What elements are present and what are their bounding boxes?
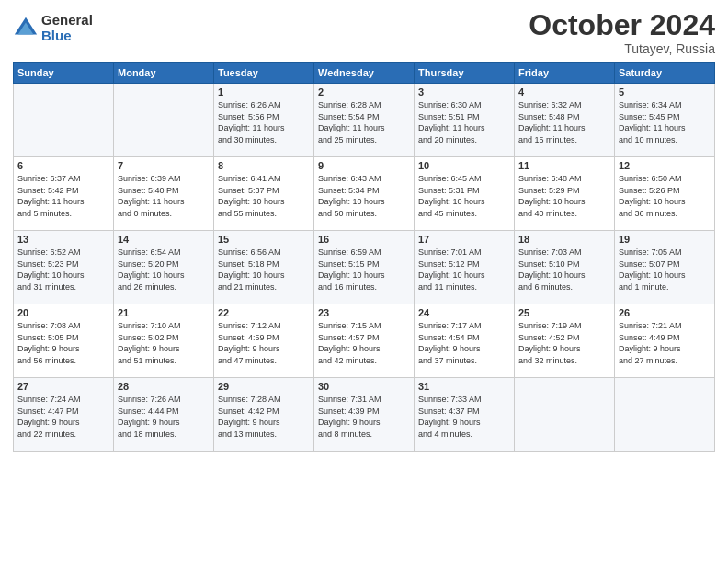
calendar-cell: 12Sunrise: 6:50 AMSunset: 5:26 PMDayligh… — [615, 157, 715, 231]
calendar-cell: 27Sunrise: 7:24 AMSunset: 4:47 PMDayligh… — [14, 378, 114, 452]
day-number: 30 — [318, 381, 410, 392]
calendar-cell: 14Sunrise: 6:54 AMSunset: 5:20 PMDayligh… — [114, 231, 214, 304]
calendar-cell: 29Sunrise: 7:28 AMSunset: 4:42 PMDayligh… — [214, 378, 314, 452]
day-info: Sunrise: 6:52 AMSunset: 5:23 PMDaylight:… — [17, 247, 109, 293]
calendar-cell: 20Sunrise: 7:08 AMSunset: 5:05 PMDayligh… — [14, 304, 114, 378]
calendar-cell: 17Sunrise: 7:01 AMSunset: 5:12 PMDayligh… — [415, 231, 515, 304]
calendar-week-row: 1Sunrise: 6:26 AMSunset: 5:56 PMDaylight… — [14, 84, 715, 157]
logo-icon — [13, 16, 39, 41]
day-number: 12 — [619, 160, 711, 171]
calendar-body: 1Sunrise: 6:26 AMSunset: 5:56 PMDaylight… — [14, 84, 715, 452]
calendar-cell: 9Sunrise: 6:43 AMSunset: 5:34 PMDaylight… — [314, 157, 415, 231]
day-number: 18 — [518, 234, 610, 245]
day-info: Sunrise: 7:08 AMSunset: 5:05 PMDaylight:… — [17, 320, 109, 366]
day-number: 5 — [619, 86, 711, 98]
calendar-cell: 25Sunrise: 7:19 AMSunset: 4:52 PMDayligh… — [515, 304, 615, 378]
calendar-cell: 21Sunrise: 7:10 AMSunset: 5:02 PMDayligh… — [114, 304, 214, 378]
day-number: 1 — [218, 86, 310, 98]
col-wednesday: Wednesday — [314, 63, 415, 84]
calendar-cell: 11Sunrise: 6:48 AMSunset: 5:29 PMDayligh… — [515, 157, 615, 231]
col-thursday: Thursday — [415, 63, 515, 84]
day-info: Sunrise: 6:43 AMSunset: 5:34 PMDaylight:… — [318, 173, 410, 219]
calendar-cell — [615, 378, 715, 452]
calendar-cell: 13Sunrise: 6:52 AMSunset: 5:23 PMDayligh… — [14, 231, 114, 304]
calendar-week-row: 13Sunrise: 6:52 AMSunset: 5:23 PMDayligh… — [14, 231, 715, 304]
col-monday: Monday — [114, 63, 214, 84]
day-number: 26 — [619, 307, 711, 318]
location: Tutayev, Russia — [529, 41, 715, 56]
calendar-cell: 28Sunrise: 7:26 AMSunset: 4:44 PMDayligh… — [114, 378, 214, 452]
day-number: 29 — [218, 381, 310, 392]
day-info: Sunrise: 6:39 AMSunset: 5:40 PMDaylight:… — [118, 173, 210, 219]
day-number: 24 — [418, 307, 510, 318]
day-info: Sunrise: 7:33 AMSunset: 4:37 PMDaylight:… — [418, 394, 510, 440]
day-number: 11 — [518, 160, 610, 171]
logo-text: General Blue — [41, 13, 93, 43]
day-info: Sunrise: 6:37 AMSunset: 5:42 PMDaylight:… — [17, 173, 109, 219]
calendar-cell: 18Sunrise: 7:03 AMSunset: 5:10 PMDayligh… — [515, 231, 615, 304]
day-info: Sunrise: 6:59 AMSunset: 5:15 PMDaylight:… — [318, 247, 410, 293]
header-row: Sunday Monday Tuesday Wednesday Thursday… — [14, 63, 715, 84]
day-number: 15 — [218, 234, 310, 245]
col-sunday: Sunday — [14, 63, 114, 84]
day-info: Sunrise: 7:03 AMSunset: 5:10 PMDaylight:… — [518, 247, 610, 293]
calendar-cell: 6Sunrise: 6:37 AMSunset: 5:42 PMDaylight… — [14, 157, 114, 231]
day-info: Sunrise: 7:19 AMSunset: 4:52 PMDaylight:… — [518, 320, 610, 366]
day-info: Sunrise: 6:48 AMSunset: 5:29 PMDaylight:… — [518, 173, 610, 219]
calendar-cell: 19Sunrise: 7:05 AMSunset: 5:07 PMDayligh… — [615, 231, 715, 304]
day-info: Sunrise: 6:34 AMSunset: 5:45 PMDaylight:… — [619, 99, 711, 145]
day-info: Sunrise: 6:56 AMSunset: 5:18 PMDaylight:… — [218, 247, 310, 293]
calendar-header: Sunday Monday Tuesday Wednesday Thursday… — [14, 63, 715, 84]
day-info: Sunrise: 7:15 AMSunset: 4:57 PMDaylight:… — [318, 320, 410, 366]
day-number: 7 — [118, 160, 210, 171]
month-title: October 2024 — [529, 9, 715, 41]
day-number: 13 — [17, 234, 109, 245]
calendar-cell: 31Sunrise: 7:33 AMSunset: 4:37 PMDayligh… — [415, 378, 515, 452]
day-number: 16 — [318, 234, 410, 245]
day-number: 3 — [418, 86, 510, 98]
day-info: Sunrise: 6:26 AMSunset: 5:56 PMDaylight:… — [218, 99, 310, 145]
calendar-cell: 10Sunrise: 6:45 AMSunset: 5:31 PMDayligh… — [415, 157, 515, 231]
day-info: Sunrise: 7:26 AMSunset: 4:44 PMDaylight:… — [118, 394, 210, 440]
day-number: 23 — [318, 307, 410, 318]
calendar-cell: 15Sunrise: 6:56 AMSunset: 5:18 PMDayligh… — [214, 231, 314, 304]
calendar-cell: 16Sunrise: 6:59 AMSunset: 5:15 PMDayligh… — [314, 231, 415, 304]
calendar-week-row: 6Sunrise: 6:37 AMSunset: 5:42 PMDaylight… — [14, 157, 715, 231]
day-number: 19 — [619, 234, 711, 245]
calendar-cell — [14, 84, 114, 157]
day-info: Sunrise: 7:05 AMSunset: 5:07 PMDaylight:… — [619, 247, 711, 293]
calendar-cell — [515, 378, 615, 452]
calendar-cell: 1Sunrise: 6:26 AMSunset: 5:56 PMDaylight… — [214, 84, 314, 157]
day-info: Sunrise: 7:10 AMSunset: 5:02 PMDaylight:… — [118, 320, 210, 366]
calendar-table: Sunday Monday Tuesday Wednesday Thursday… — [13, 62, 715, 452]
day-info: Sunrise: 6:45 AMSunset: 5:31 PMDaylight:… — [418, 173, 510, 219]
calendar-cell: 3Sunrise: 6:30 AMSunset: 5:51 PMDaylight… — [415, 84, 515, 157]
day-info: Sunrise: 7:24 AMSunset: 4:47 PMDaylight:… — [17, 394, 109, 440]
day-info: Sunrise: 6:41 AMSunset: 5:37 PMDaylight:… — [218, 173, 310, 219]
day-number: 6 — [17, 160, 109, 171]
calendar-cell: 8Sunrise: 6:41 AMSunset: 5:37 PMDaylight… — [214, 157, 314, 231]
day-number: 4 — [518, 86, 610, 98]
day-info: Sunrise: 7:12 AMSunset: 4:59 PMDaylight:… — [218, 320, 310, 366]
calendar-cell: 5Sunrise: 6:34 AMSunset: 5:45 PMDaylight… — [615, 84, 715, 157]
day-info: Sunrise: 6:50 AMSunset: 5:26 PMDaylight:… — [619, 173, 711, 219]
day-number: 25 — [518, 307, 610, 318]
calendar-cell: 24Sunrise: 7:17 AMSunset: 4:54 PMDayligh… — [415, 304, 515, 378]
title-section: October 2024 Tutayev, Russia — [529, 9, 715, 56]
day-number: 14 — [118, 234, 210, 245]
day-number: 22 — [218, 307, 310, 318]
day-number: 8 — [218, 160, 310, 171]
calendar-cell: 4Sunrise: 6:32 AMSunset: 5:48 PMDaylight… — [515, 84, 615, 157]
calendar-cell: 23Sunrise: 7:15 AMSunset: 4:57 PMDayligh… — [314, 304, 415, 378]
day-info: Sunrise: 6:28 AMSunset: 5:54 PMDaylight:… — [318, 99, 410, 145]
calendar-container: General Blue October 2024 Tutayev, Russi… — [0, 0, 728, 563]
day-info: Sunrise: 6:54 AMSunset: 5:20 PMDaylight:… — [118, 247, 210, 293]
logo-general: General — [41, 13, 93, 29]
calendar-cell: 30Sunrise: 7:31 AMSunset: 4:39 PMDayligh… — [314, 378, 415, 452]
day-info: Sunrise: 6:30 AMSunset: 5:51 PMDaylight:… — [418, 99, 510, 145]
day-number: 28 — [118, 381, 210, 392]
day-info: Sunrise: 7:21 AMSunset: 4:49 PMDaylight:… — [619, 320, 711, 366]
day-info: Sunrise: 7:01 AMSunset: 5:12 PMDaylight:… — [418, 247, 510, 293]
day-info: Sunrise: 7:17 AMSunset: 4:54 PMDaylight:… — [418, 320, 510, 366]
calendar-cell: 26Sunrise: 7:21 AMSunset: 4:49 PMDayligh… — [615, 304, 715, 378]
